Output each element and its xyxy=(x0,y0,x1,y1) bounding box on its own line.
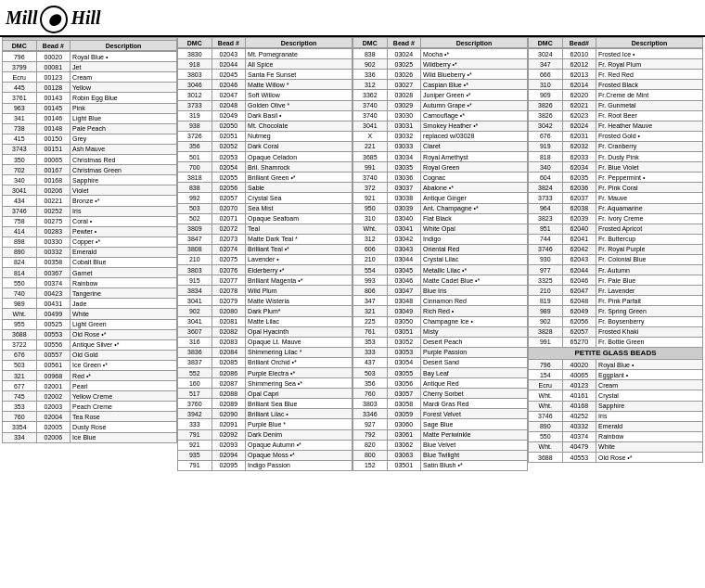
bead-value: 00151 xyxy=(36,144,70,154)
dmc-value: 993 xyxy=(353,275,388,286)
bead-value: 02050 xyxy=(212,121,246,131)
dmc-value: 372 xyxy=(353,183,388,193)
desc-value: Indigo xyxy=(421,234,528,244)
desc-value: Wild Blueberry •* xyxy=(421,70,528,80)
desc-value: Purple Passion xyxy=(421,347,528,357)
col3-dmc-header: DMC xyxy=(353,38,388,48)
bead-value: 62056 xyxy=(562,316,596,326)
table-row: 381802055Brilliant Green •* xyxy=(178,173,352,183)
bead-value: 00065 xyxy=(36,155,70,165)
table-row: 90202080Dark Plum* xyxy=(178,306,352,316)
dmc-value: 3346 xyxy=(353,409,388,419)
desc-value: replaced w/03028 xyxy=(421,131,528,141)
table-row: 79102092Dark Denim xyxy=(178,429,352,440)
table-row: 93802050Mt. Chocolate xyxy=(178,121,352,131)
bead-value: 03032 xyxy=(387,131,421,141)
bead-value: 62014 xyxy=(562,80,596,90)
desc-value: Fr. Dusty Pink xyxy=(596,152,703,162)
table-row: 70200167Christmas Green xyxy=(3,165,177,175)
table-row: 372200556Antique Silver •* xyxy=(3,339,177,350)
bead-value: 00123 xyxy=(36,72,70,83)
desc-value: Brilliant Orchid •* xyxy=(246,357,352,367)
desc-value: All Spice xyxy=(246,59,352,70)
dmc-value: 964 xyxy=(529,203,563,213)
table-row: 60603043Oriental Red xyxy=(353,244,528,254)
desc-value: Yellow xyxy=(70,83,177,93)
table-row: Wht.40161Crystal xyxy=(529,390,703,401)
bead-value: 62057 xyxy=(562,326,596,337)
table-row: 379900081Jet xyxy=(3,62,177,72)
desc-value: Peach Creme xyxy=(70,402,177,412)
col2: DMC Bead # Description 383002043Mt. Pome… xyxy=(177,37,352,471)
table-row: 70002054Bril. Shamrock xyxy=(178,162,352,173)
bead-value: 62023 xyxy=(562,110,596,121)
dmc-value: 935 xyxy=(178,450,212,460)
bead-value: 02086 xyxy=(212,368,246,378)
bead-value: 00525 xyxy=(36,319,70,329)
bead-value: 03035 xyxy=(387,162,421,173)
dmc-value: 902 xyxy=(529,316,563,326)
bead-value: 00330 xyxy=(36,236,70,247)
table-row: 95500525Light Green xyxy=(3,319,177,329)
bead-value: 03024 xyxy=(387,49,421,59)
table-row: 35302003Peach Creme xyxy=(3,402,177,412)
desc-value: Christmas Green xyxy=(70,165,177,175)
bead-value: 62013 xyxy=(562,70,596,80)
dmc-value: 909 xyxy=(529,90,563,100)
bead-value: 00283 xyxy=(36,226,70,236)
bead-value: 03060 xyxy=(387,419,421,429)
desc-value: Autumn Grape •* xyxy=(421,100,528,110)
col2-bead-header: Bead # xyxy=(212,38,246,48)
table-row: 55202086Purple Electra •* xyxy=(178,368,352,378)
header: Mill⬤Hill xyxy=(0,0,705,37)
col3-bead-header: Bead # xyxy=(387,38,421,48)
dmc-value: 3847 xyxy=(178,234,212,244)
table-row: 67600557Old Gold xyxy=(3,350,177,360)
dmc-value: 350 xyxy=(3,155,37,165)
dmc-value: 700 xyxy=(178,162,212,173)
dmc-value: 3837 xyxy=(178,357,212,367)
dmc-value: 838 xyxy=(353,49,388,59)
bead-value: 62038 xyxy=(562,203,596,213)
desc-value: Wild Plum xyxy=(246,286,352,296)
dmc-value: 333 xyxy=(178,419,212,429)
desc-value: Bril. Shamrock xyxy=(246,162,352,173)
bead-value: 02083 xyxy=(212,337,246,347)
table-row: 376002089Brilliant Sea Blue xyxy=(178,399,352,409)
desc-value: Cherry Sorbet xyxy=(421,389,528,399)
bead-value: 03039 xyxy=(387,203,421,213)
dmc-value: 415 xyxy=(3,134,37,144)
dmc-value: 445 xyxy=(3,83,37,93)
bead-value: 00275 xyxy=(36,216,70,226)
dmc-value: 991 xyxy=(529,337,563,347)
dmc-value: 3733 xyxy=(529,193,563,203)
bead-value: 00556 xyxy=(36,339,70,350)
dmc-value: 3809 xyxy=(178,224,212,234)
table-row: 334603059Forest Velvet xyxy=(353,409,528,419)
table-row: 383402078Wild Plum xyxy=(178,286,352,296)
desc-value: Sage Blue xyxy=(421,419,528,429)
desc-value: Oriental Red xyxy=(421,244,528,254)
bead-value: 03026 xyxy=(387,70,421,80)
bead-value: 03047 xyxy=(387,286,421,296)
desc-value: Ant. Champagne •* xyxy=(421,203,528,213)
table-row: 55040374Rainbow xyxy=(529,431,703,441)
bead-value: 02081 xyxy=(212,316,246,326)
dmc-value: 3803 xyxy=(178,70,212,80)
desc-value: Brilliant Magenta •* xyxy=(246,275,352,286)
table-row: 382362039Fr. Ivory Creme xyxy=(529,213,703,224)
dmc-value: 677 xyxy=(3,381,37,391)
dmc-value: 604 xyxy=(529,173,563,183)
desc-value: Blue Twilight xyxy=(421,450,528,460)
bead-value: 02094 xyxy=(212,450,246,460)
table-row: 31003040Flat Black xyxy=(353,213,528,224)
bead-value: 40123 xyxy=(562,380,596,390)
desc-value: Royal Blue • xyxy=(596,360,703,370)
dmc-value: 319 xyxy=(178,110,212,121)
dmc-value: 434 xyxy=(3,196,37,206)
table-row: 55403045Metallic Lilac •* xyxy=(353,265,528,275)
bead-value: 00252 xyxy=(36,206,70,216)
bead-value: 62039 xyxy=(562,213,596,224)
bead-value: 02072 xyxy=(212,224,246,234)
bead-value: 00221 xyxy=(36,196,70,206)
